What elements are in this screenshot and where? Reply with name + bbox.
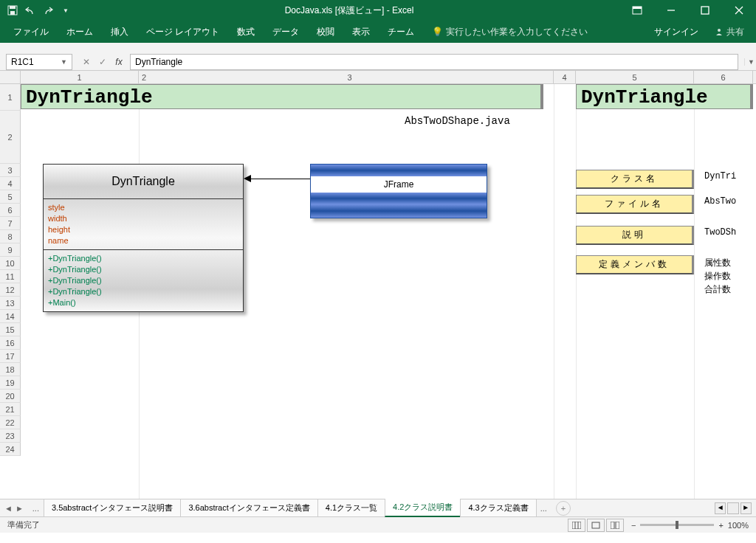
row-header[interactable]: 24 bbox=[0, 443, 21, 456]
undo-icon[interactable] bbox=[24, 4, 37, 17]
row-header[interactable]: 6 bbox=[0, 204, 21, 217]
row-header[interactable]: 4 bbox=[0, 177, 21, 190]
tab-file[interactable]: ファイル bbox=[4, 21, 58, 43]
sheet-tab[interactable]: 3.5abstractインタフェース説明書 bbox=[44, 499, 181, 517]
row-header[interactable]: 18 bbox=[0, 363, 21, 376]
formula-input[interactable]: DynTriangle bbox=[130, 54, 738, 70]
tab-overflow-left[interactable]: ... bbox=[28, 504, 44, 513]
row-header[interactable]: 19 bbox=[0, 376, 21, 390]
row-header[interactable]: 22 bbox=[0, 416, 21, 429]
row-header[interactable]: 1 bbox=[0, 84, 21, 111]
lightbulb-icon: 💡 bbox=[432, 27, 443, 37]
zoom-out-button[interactable]: − bbox=[631, 521, 636, 530]
label-desc[interactable]: 説明 bbox=[576, 226, 694, 245]
uml-class-box[interactable]: DynTriangle style width height name +Dyn… bbox=[43, 164, 244, 312]
row-header[interactable]: 14 bbox=[0, 310, 21, 323]
view-pagebreak-icon[interactable] bbox=[606, 519, 624, 532]
hscroll-track[interactable] bbox=[727, 502, 738, 514]
row-header[interactable]: 16 bbox=[0, 336, 21, 350]
row-header[interactable]: 5 bbox=[0, 190, 21, 204]
label-classname[interactable]: クラス名 bbox=[576, 170, 694, 189]
hscroll-right-icon[interactable]: ► bbox=[740, 502, 752, 514]
tab-formulas[interactable]: 数式 bbox=[228, 21, 264, 43]
cell-value: DynTri bbox=[704, 171, 736, 181]
sheet-tab[interactable]: 4.1クラス一覧 bbox=[317, 499, 385, 517]
qat-dropdown-icon[interactable]: ▼ bbox=[59, 4, 72, 17]
sheet-tab[interactable]: 3.6abstractインタフェース定義書 bbox=[180, 499, 317, 517]
new-sheet-button[interactable]: + bbox=[556, 501, 571, 516]
tab-nav-prev-icon[interactable]: ◄ bbox=[4, 504, 13, 513]
col-header[interactable]: 5 bbox=[576, 71, 694, 83]
label-filename[interactable]: ファイル名 bbox=[576, 195, 694, 214]
maximize-icon[interactable] bbox=[688, 0, 722, 21]
col-header[interactable]: 1 bbox=[21, 71, 139, 83]
zoom-level[interactable]: 100% bbox=[728, 521, 749, 530]
zoom-slider[interactable] bbox=[640, 524, 714, 526]
row-header[interactable]: 21 bbox=[0, 403, 21, 416]
row-header[interactable]: 3 bbox=[0, 164, 21, 177]
name-box-value: R1C1 bbox=[11, 57, 34, 67]
fx-icon[interactable]: fx bbox=[112, 57, 126, 67]
minimize-icon[interactable] bbox=[654, 0, 688, 21]
row-header[interactable]: 9 bbox=[0, 243, 21, 257]
row-header[interactable]: 12 bbox=[0, 283, 21, 297]
tab-nav-next-icon[interactable]: ► bbox=[16, 504, 24, 513]
jframe-box[interactable]: JFrame bbox=[310, 164, 487, 218]
row-header[interactable]: 17 bbox=[0, 350, 21, 363]
select-all-corner[interactable] bbox=[0, 71, 21, 83]
tab-insert[interactable]: 挿入 bbox=[102, 21, 137, 43]
chevron-down-icon[interactable]: ▼ bbox=[61, 58, 67, 66]
tab-overflow-right[interactable]: ... bbox=[536, 504, 551, 513]
row-header[interactable]: 20 bbox=[0, 390, 21, 403]
formula-expand-icon[interactable]: ▼ bbox=[744, 58, 756, 66]
status-bar: 準備完了 − + 100% bbox=[0, 516, 756, 533]
zoom-in-button[interactable]: + bbox=[718, 521, 723, 530]
status-ready: 準備完了 bbox=[7, 519, 40, 530]
tab-home[interactable]: ホーム bbox=[58, 21, 102, 43]
col-header: 2 3 bbox=[139, 71, 554, 83]
share-button[interactable]: 共有 bbox=[707, 26, 752, 38]
cancel-icon[interactable]: ✕ bbox=[80, 57, 93, 67]
uml-attr: name bbox=[48, 235, 238, 246]
row-header[interactable]: 13 bbox=[0, 297, 21, 310]
close-icon[interactable] bbox=[722, 0, 756, 21]
hscroll-left-icon[interactable]: ◄ bbox=[715, 502, 726, 514]
spreadsheet-grid[interactable]: 1 2 3 4 5 6 1 2 3 4 5 6 7 8 9 10 11 12 1… bbox=[0, 71, 756, 499]
cell-header-main[interactable]: DynTriangle bbox=[21, 84, 543, 109]
row-header[interactable]: 8 bbox=[0, 230, 21, 243]
uml-attr: style bbox=[48, 202, 238, 213]
row-header[interactable]: 11 bbox=[0, 270, 21, 283]
tab-view[interactable]: 表示 bbox=[343, 21, 379, 43]
cell-header-side[interactable]: DynTriangle bbox=[576, 84, 753, 109]
tab-pagelayout[interactable]: ページ レイアウト bbox=[137, 21, 228, 43]
label-members[interactable]: 定義メンバ数 bbox=[576, 255, 694, 274]
row-header[interactable]: 2 bbox=[0, 111, 21, 164]
ribbon-display-icon[interactable] bbox=[620, 0, 654, 21]
row-header[interactable]: 15 bbox=[0, 323, 21, 336]
col-header[interactable]: 4 bbox=[554, 71, 576, 83]
view-pagelayout-icon[interactable] bbox=[587, 519, 605, 532]
svg-rect-6 bbox=[701, 7, 709, 14]
name-box[interactable]: R1C1 ▼ bbox=[6, 54, 72, 70]
redo-icon[interactable] bbox=[41, 4, 55, 17]
sheet-tab[interactable]: 4.3クラス定義書 bbox=[460, 499, 536, 517]
cell-value: TwoDSh bbox=[704, 227, 736, 238]
enter-icon[interactable]: ✓ bbox=[96, 57, 109, 67]
tab-review[interactable]: 校閲 bbox=[308, 21, 343, 43]
save-icon[interactable] bbox=[6, 4, 19, 17]
row-headers: 1 2 3 4 5 6 7 8 9 10 11 12 13 14 15 16 1… bbox=[0, 84, 21, 456]
cell-subfile: AbsTwoDShape.java bbox=[405, 115, 510, 127]
svg-point-9 bbox=[718, 29, 721, 32]
tab-data[interactable]: データ bbox=[264, 21, 308, 43]
tellme[interactable]: 💡 実行したい作業を入力してください bbox=[423, 21, 597, 43]
formula-bar: R1C1 ▼ ✕ ✓ fx DynTriangle ▼ bbox=[0, 49, 756, 71]
col-header[interactable]: 6 bbox=[694, 71, 753, 83]
row-header[interactable]: 7 bbox=[0, 217, 21, 230]
svg-rect-2 bbox=[10, 11, 15, 15]
signin-link[interactable]: サインイン bbox=[645, 21, 707, 43]
sheet-tab-active[interactable]: 4.2クラス説明書 bbox=[385, 499, 461, 517]
tab-team[interactable]: チーム bbox=[379, 21, 423, 43]
row-header[interactable]: 10 bbox=[0, 257, 21, 270]
view-normal-icon[interactable] bbox=[568, 519, 585, 532]
row-header[interactable]: 23 bbox=[0, 429, 21, 443]
